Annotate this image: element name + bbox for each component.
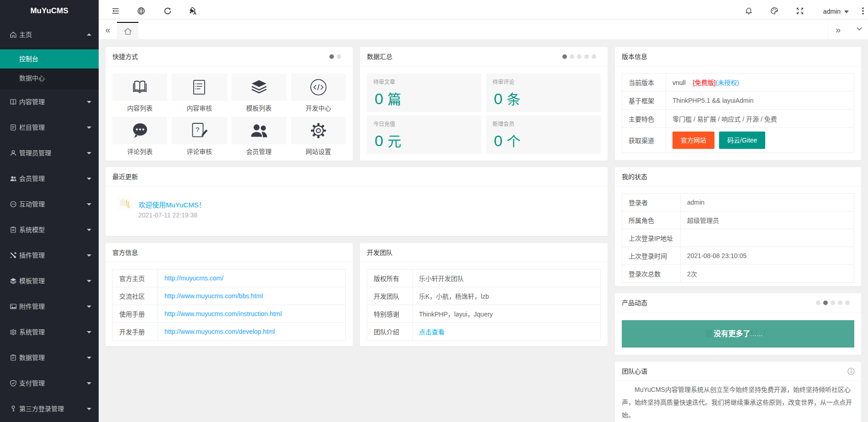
svg-text:?: ? (196, 126, 199, 133)
